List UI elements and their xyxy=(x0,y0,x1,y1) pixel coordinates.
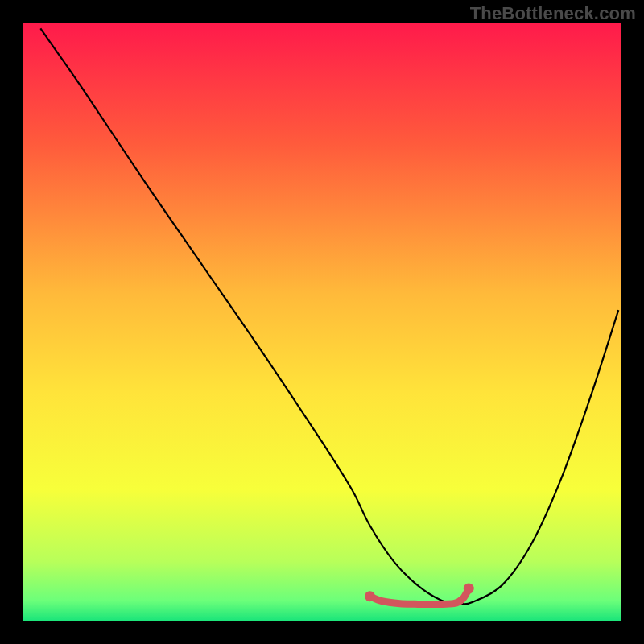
gradient-background xyxy=(23,23,621,621)
chart-svg xyxy=(23,23,621,621)
watermark-text: TheBottleneck.com xyxy=(470,3,636,24)
marker-endpoint-dot xyxy=(464,584,474,594)
plot-area xyxy=(23,23,621,621)
marker-endpoint-dot xyxy=(365,591,375,601)
chart-frame: TheBottleneck.com xyxy=(0,0,644,644)
